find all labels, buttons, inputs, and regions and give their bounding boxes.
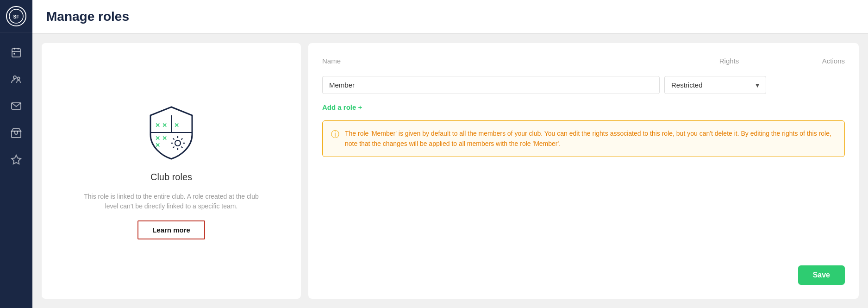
svg-marker-11	[12, 155, 21, 164]
svg-text:SF: SF	[13, 14, 19, 19]
club-roles-title: Club roles	[150, 172, 192, 182]
sidebar: SF	[0, 0, 32, 308]
club-roles-icon: ✕ ✕ ✕ ✕ ✕ ✕	[139, 102, 204, 163]
column-header-name: Name	[322, 57, 669, 65]
svg-text:✕: ✕	[162, 122, 167, 129]
page-title: Manage roles	[46, 9, 854, 24]
add-role-button[interactable]: Add a role +	[322, 101, 845, 113]
info-icon: ⓘ	[331, 129, 339, 140]
svg-rect-2	[12, 49, 20, 57]
rights-select-wrapper: Restricted Full Admin ▼	[664, 76, 766, 94]
column-header-actions: Actions	[789, 57, 845, 65]
sidebar-item-store[interactable]	[5, 121, 28, 145]
save-button[interactable]: Save	[798, 265, 845, 285]
page-header: Manage roles	[32, 0, 868, 34]
svg-text:✕: ✕	[155, 142, 160, 149]
sidebar-logo: SF	[0, 0, 32, 32]
right-panel: Name Rights Actions Restricted Full Admi…	[308, 43, 859, 299]
svg-text:✕: ✕	[155, 135, 160, 142]
table-header: Name Rights Actions	[322, 57, 845, 69]
sidebar-nav	[0, 37, 32, 175]
rights-select[interactable]: Restricted Full Admin	[664, 76, 766, 94]
content-area: ✕ ✕ ✕ ✕ ✕ ✕	[32, 34, 868, 308]
svg-text:✕: ✕	[162, 135, 167, 142]
svg-text:✕: ✕	[174, 122, 179, 129]
name-field-wrapper	[322, 76, 660, 94]
sidebar-item-messages[interactable]	[5, 94, 28, 118]
svg-point-8	[18, 77, 20, 80]
logo-icon: SF	[6, 6, 26, 26]
info-text: The role 'Member' is given by default to…	[345, 128, 836, 149]
info-box: ⓘ The role 'Member' is given by default …	[322, 120, 845, 157]
role-name-input[interactable]	[322, 76, 660, 94]
svg-text:✕: ✕	[155, 122, 160, 129]
svg-point-20	[175, 140, 181, 146]
sidebar-item-members[interactable]	[5, 68, 28, 91]
column-header-rights: Rights	[669, 57, 789, 65]
table-row: Restricted Full Admin ▼	[322, 76, 845, 94]
main-area: Manage roles ✕ ✕ ✕	[32, 0, 868, 308]
left-panel: ✕ ✕ ✕ ✕ ✕ ✕	[42, 43, 301, 299]
club-roles-description: This role is linked to the entire club. …	[83, 192, 259, 211]
svg-point-6	[14, 53, 15, 54]
save-button-row: Save	[322, 265, 845, 285]
sidebar-item-favorites[interactable]	[5, 148, 28, 171]
sidebar-item-calendar[interactable]	[5, 41, 28, 64]
svg-point-7	[13, 76, 16, 79]
learn-more-button[interactable]: Learn more	[137, 220, 205, 239]
